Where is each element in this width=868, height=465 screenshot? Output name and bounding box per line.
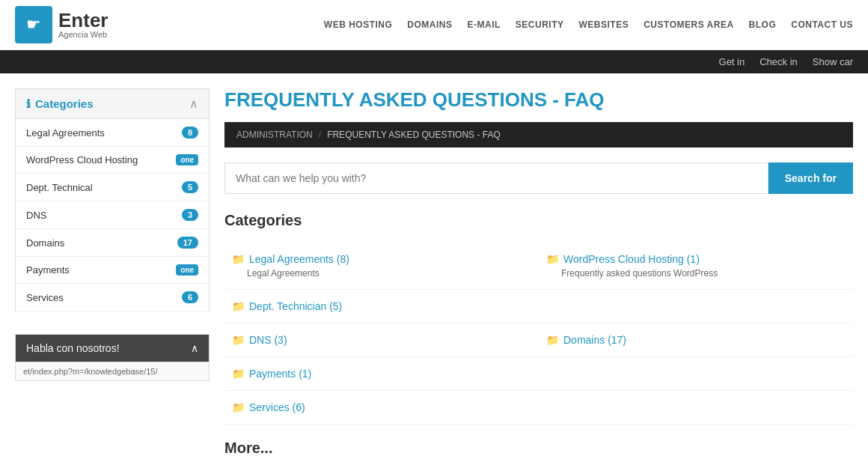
page-wrapper: ℹ Categories ∧ Legal Agreements 8 WordPr… bbox=[0, 73, 868, 465]
breadcrumb-sep: / bbox=[319, 130, 321, 140]
category-link-dns[interactable]: 📁 DNS (3) bbox=[232, 334, 531, 346]
breadcrumb: ADMINISTRATION / FREQUENTLY ASKED QUESTI… bbox=[224, 122, 853, 148]
category-link-legal[interactable]: 📁 Legal Agreements (8) bbox=[232, 253, 531, 265]
breadcrumb-admin[interactable]: ADMINISTRATION bbox=[236, 130, 313, 140]
sidebar-badge-domains: 17 bbox=[177, 237, 198, 249]
nav-email[interactable]: E-MAIL bbox=[468, 19, 501, 30]
category-item-legal: 📁 Legal Agreements (8) Legal Agreements bbox=[224, 243, 539, 290]
sidebar-badge-dns: 3 bbox=[182, 209, 198, 221]
category-item-payments: 📁 Payments (1) bbox=[224, 357, 539, 391]
folder-icon: 📁 bbox=[232, 253, 245, 265]
sidebar-item-domains[interactable]: Domains 17 bbox=[15, 229, 210, 257]
main-nav: WEB HOSTING DOMAINS E-MAIL SECURITY WEBS… bbox=[324, 19, 853, 30]
sidebar-item-dept-technical[interactable]: Dept. Technical 5 bbox=[15, 174, 210, 201]
category-item-domains: 📁 Domains (17) bbox=[539, 323, 853, 357]
logo-enter-text: Enter bbox=[58, 10, 108, 30]
sidebar-chat-collapse-icon: ∧ bbox=[191, 342, 198, 354]
logo-area: ☛ Enter Agencia Web bbox=[15, 6, 108, 43]
sidebar-categories-header: ℹ Categories ∧ bbox=[15, 88, 210, 119]
show-car-link[interactable]: Show car bbox=[813, 56, 853, 67]
sidebar-collapse-icon[interactable]: ∧ bbox=[189, 97, 198, 111]
categories-grid: 📁 Legal Agreements (8) Legal Agreements … bbox=[224, 243, 853, 425]
main-content: FREQUENTLY ASKED QUESTIONS - FAQ ADMINIS… bbox=[224, 88, 853, 464]
sidebar-item-label: Payments bbox=[26, 264, 70, 276]
logo-sub-text: Agencia Web bbox=[58, 30, 108, 39]
nav-websites[interactable]: WEBSITES bbox=[579, 19, 629, 30]
category-item-empty3 bbox=[539, 391, 853, 425]
folder-icon: 📁 bbox=[546, 334, 559, 346]
sidebar-categories-title: ℹ Categories bbox=[26, 97, 94, 111]
nav-contact-us[interactable]: CONTACT US bbox=[791, 19, 853, 30]
category-link-services[interactable]: 📁 Services (6) bbox=[232, 401, 531, 413]
nav-domains[interactable]: DOMAINS bbox=[407, 19, 452, 30]
sidebar-badge-services: 6 bbox=[182, 291, 198, 303]
check-in-link[interactable]: Check in bbox=[760, 56, 798, 67]
sidebar-badge-payments: one bbox=[176, 264, 198, 276]
category-item-empty2 bbox=[539, 357, 853, 391]
category-item-dns: 📁 DNS (3) bbox=[224, 323, 539, 357]
sidebar-item-label: Domains bbox=[26, 237, 64, 249]
folder-icon: 📁 bbox=[546, 253, 559, 265]
sidebar-chat: Habla con nosotros! ∧ et/index.php?m=/kn… bbox=[15, 334, 210, 381]
nav-blog[interactable]: BLOG bbox=[749, 19, 777, 30]
category-desc-wordpress: Frequently asked questions WordPress bbox=[546, 268, 846, 279]
category-link-dept[interactable]: 📁 Dept. Technician (5) bbox=[232, 300, 531, 312]
category-item-empty1 bbox=[539, 290, 853, 323]
sidebar-badge-legal: 8 bbox=[182, 127, 198, 139]
more-section: More... bbox=[224, 440, 853, 457]
logo-icon: ☛ bbox=[15, 6, 52, 43]
folder-icon: 📁 bbox=[232, 300, 245, 312]
sidebar-chat-url: et/index.php?m=/knowledgebase/15/ bbox=[16, 362, 209, 380]
folder-icon: 📁 bbox=[232, 368, 245, 380]
sidebar-item-legal-agreements[interactable]: Legal Agreements 8 bbox=[15, 119, 210, 147]
sidebar-item-label: Dept. Technical bbox=[26, 182, 93, 193]
sidebar-item-wordpress-cloud-hosting[interactable]: WordPress Cloud Hosting one bbox=[15, 147, 210, 174]
sidebar-item-label: Legal Agreements bbox=[26, 127, 105, 139]
nav-security[interactable]: SECURITY bbox=[516, 19, 564, 30]
search-button[interactable]: Search for bbox=[768, 162, 853, 194]
breadcrumb-current: FREQUENTLY ASKED QUESTIONS - FAQ bbox=[327, 130, 501, 140]
sidebar-item-label: Services bbox=[26, 292, 64, 303]
sidebar-item-label: WordPress Cloud Hosting bbox=[26, 154, 138, 165]
sidebar-chat-header[interactable]: Habla con nosotros! ∧ bbox=[16, 335, 209, 362]
nav-web-hosting[interactable]: WEB HOSTING bbox=[324, 19, 393, 30]
secondary-bar: Get in Check in Show car bbox=[0, 50, 868, 73]
folder-icon: 📁 bbox=[232, 401, 245, 413]
search-bar: Search for bbox=[224, 162, 853, 194]
sidebar-item-services[interactable]: Services 6 bbox=[15, 284, 210, 311]
info-icon: ℹ bbox=[26, 97, 31, 111]
logo-text: Enter Agencia Web bbox=[58, 10, 108, 39]
category-desc-legal: Legal Agreements bbox=[232, 268, 531, 279]
category-item-services: 📁 Services (6) bbox=[224, 391, 539, 425]
folder-icon: 📁 bbox=[232, 334, 245, 346]
category-link-payments[interactable]: 📁 Payments (1) bbox=[232, 368, 531, 380]
sidebar-badge-wordpress: one bbox=[176, 154, 198, 165]
sidebar-chat-label: Habla con nosotros! bbox=[26, 342, 120, 354]
search-input[interactable] bbox=[224, 162, 768, 194]
nav-customers-area[interactable]: CUSTOMERS AREA bbox=[644, 19, 733, 30]
category-link-domains[interactable]: 📁 Domains (17) bbox=[546, 334, 846, 346]
sidebar-item-payments[interactable]: Payments one bbox=[15, 257, 210, 284]
category-item-wordpress: 📁 WordPress Cloud Hosting (1) Frequently… bbox=[539, 243, 853, 290]
sidebar-badge-dept: 5 bbox=[182, 181, 198, 193]
get-in-link[interactable]: Get in bbox=[719, 56, 745, 67]
categories-section-title: Categories bbox=[224, 212, 853, 229]
sidebar-item-dns[interactable]: DNS 3 bbox=[15, 201, 210, 229]
category-item-dept: 📁 Dept. Technician (5) bbox=[224, 290, 539, 323]
sidebar: ℹ Categories ∧ Legal Agreements 8 WordPr… bbox=[15, 88, 210, 464]
page-title: FREQUENTLY ASKED QUESTIONS - FAQ bbox=[224, 88, 853, 112]
header: ☛ Enter Agencia Web WEB HOSTING DOMAINS … bbox=[0, 0, 868, 50]
sidebar-item-label: DNS bbox=[26, 210, 46, 221]
category-link-wordpress[interactable]: 📁 WordPress Cloud Hosting (1) bbox=[546, 253, 846, 265]
more-title: More... bbox=[224, 440, 853, 457]
